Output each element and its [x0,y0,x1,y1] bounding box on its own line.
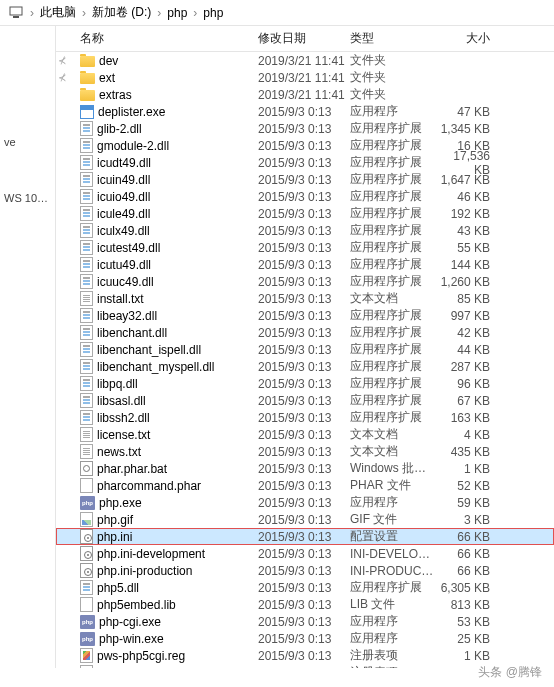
file-row[interactable]: libssh2.dll2015/9/3 0:13应用程序扩展163 KB [56,409,554,426]
file-row[interactable]: libenchant_ispell.dll2015/9/3 0:13应用程序扩展… [56,341,554,358]
file-row[interactable]: icuin49.dll2015/9/3 0:13应用程序扩展1,647 KB [56,171,554,188]
file-row[interactable]: php.ini2015/9/3 0:13配置设置66 KB [56,528,554,545]
file-row[interactable]: pharcommand.phar2015/9/3 0:13PHAR 文件52 K… [56,477,554,494]
file-row[interactable]: php.exe2015/9/3 0:13应用程序59 KB [56,494,554,511]
file-row[interactable]: pws-php5cgi.reg2015/9/3 0:13注册表项1 KB [56,647,554,664]
file-row[interactable]: icudt49.dll2015/9/3 0:13应用程序扩展17,536 KB [56,154,554,171]
file-row[interactable]: extras2019/3/21 11:41文件夹 [56,86,554,103]
file-type: 应用程序扩展 [350,324,438,341]
chevron-right-icon: › [193,6,197,20]
file-row[interactable]: license.txt2015/9/3 0:13文本文档4 KB [56,426,554,443]
file-date: 2015/9/3 0:13 [258,547,350,561]
file-date: 2015/9/3 0:13 [258,496,350,510]
breadcrumb-item[interactable]: 新加卷 (D:) [92,4,151,21]
file-date: 2015/9/3 0:13 [258,615,350,629]
dll-icon [80,342,93,357]
file-row[interactable]: php-win.exe2015/9/3 0:13应用程序25 KB [56,630,554,647]
file-row[interactable]: php5.dll2015/9/3 0:13应用程序扩展6,305 KB [56,579,554,596]
file-name-label: iculx49.dll [97,224,150,238]
file-row[interactable]: phar.phar.bat2015/9/3 0:13Windows 批处理...… [56,460,554,477]
file-size: 85 KB [438,292,500,306]
file-name-label: php5.dll [97,581,139,595]
column-date[interactable]: 修改日期 [258,30,350,47]
reg-icon [80,648,93,663]
file-type: GIF 文件 [350,511,438,528]
file-row[interactable]: icuuc49.dll2015/9/3 0:13应用程序扩展1,260 KB [56,273,554,290]
column-name[interactable]: 名称 [68,30,258,47]
file-name-label: php.ini-development [97,547,205,561]
file-row[interactable]: icule49.dll2015/9/3 0:13应用程序扩展192 KB [56,205,554,222]
file-name-label: php5embed.lib [97,598,176,612]
sidebar-item[interactable] [0,46,55,58]
file-date: 2015/9/3 0:13 [258,649,350,663]
file-size: 43 KB [438,224,500,238]
dll-icon [80,189,93,204]
file-name-label: glib-2.dll [97,122,142,136]
column-size[interactable]: 大小 [438,30,500,47]
file-row[interactable]: icutu49.dll2015/9/3 0:13应用程序扩展144 KB [56,256,554,273]
file-row[interactable]: deplister.exe2015/9/3 0:13应用程序47 KB [56,103,554,120]
file-name-label: extras [99,88,132,102]
file-type: 文件夹 [350,69,438,86]
computer-icon [8,5,24,21]
file-size: 66 KB [438,547,500,561]
sidebar-item[interactable] [0,34,55,46]
file-date: 2015/9/3 0:13 [258,343,350,357]
file-row[interactable]: libpq.dll2015/9/3 0:13应用程序扩展96 KB [56,375,554,392]
file-size: 67 KB [438,394,500,408]
file-size: 25 KB [438,632,500,646]
file-size: 144 KB [438,258,500,272]
bat-icon [80,461,93,476]
file-name-label: php.ini-production [97,564,192,578]
file-row[interactable]: news.txt2015/9/3 0:13文本文档435 KB [56,443,554,460]
file-row[interactable]: php.ini-development2015/9/3 0:13INI-DEVE… [56,545,554,562]
sidebar-item[interactable]: WS 10 (J:) [0,186,55,210]
file-type: 文本文档 [350,443,438,460]
file-row[interactable]: libenchant.dll2015/9/3 0:13应用程序扩展42 KB [56,324,554,341]
file-row[interactable]: install.txt2015/9/3 0:13文本文档85 KB [56,290,554,307]
sidebar: ve WS 10 (J:) [0,26,56,668]
file-date: 2015/9/3 0:13 [258,258,350,272]
file-row[interactable]: libeay32.dll2015/9/3 0:13应用程序扩展997 KB [56,307,554,324]
file-row[interactable]: libsasl.dll2015/9/3 0:13应用程序扩展67 KB [56,392,554,409]
breadcrumb-item[interactable]: php [167,6,187,20]
file-size: 47 KB [438,105,500,119]
file-row[interactable]: php.ini-production2015/9/3 0:13INI-PRODU… [56,562,554,579]
sidebar-item[interactable] [0,58,55,70]
breadcrumb[interactable]: › 此电脑 › 新加卷 (D:) › php › php [0,0,554,26]
file-name-label: icudt49.dll [97,156,151,170]
file-row[interactable]: ⊀ext2019/3/21 11:41文件夹 [56,69,554,86]
sidebar-item[interactable] [0,154,55,166]
breadcrumb-item[interactable]: php [203,6,223,20]
file-row[interactable]: icuio49.dll2015/9/3 0:13应用程序扩展46 KB [56,188,554,205]
chevron-right-icon: › [30,6,34,20]
app-icon [80,105,94,119]
dll-icon [80,257,93,272]
file-row[interactable]: icutest49.dll2015/9/3 0:13应用程序扩展55 KB [56,239,554,256]
file-row[interactable]: ⊀dev2019/3/21 11:41文件夹 [56,52,554,69]
file-row[interactable]: libenchant_myspell.dll2015/9/3 0:13应用程序扩… [56,358,554,375]
file-date: 2015/9/3 0:13 [258,173,350,187]
file-name-label: pws-php5isapi.reg [97,666,194,669]
file-date: 2015/9/3 0:13 [258,105,350,119]
breadcrumb-item[interactable]: 此电脑 [40,4,76,21]
lib-icon [80,597,93,612]
file-row[interactable]: php-cgi.exe2015/9/3 0:13应用程序53 KB [56,613,554,630]
file-row[interactable]: php.gif2015/9/3 0:13GIF 文件3 KB [56,511,554,528]
file-row[interactable]: iculx49.dll2015/9/3 0:13应用程序扩展43 KB [56,222,554,239]
file-row[interactable]: glib-2.dll2015/9/3 0:13应用程序扩展1,345 KB [56,120,554,137]
file-type: 应用程序扩展 [350,239,438,256]
column-type[interactable]: 类型 [350,30,438,47]
file-date: 2019/3/21 11:41 [258,88,350,102]
file-date: 2015/9/3 0:13 [258,394,350,408]
file-type: 应用程序扩展 [350,120,438,137]
file-type: 应用程序扩展 [350,256,438,273]
file-size: 46 KB [438,190,500,204]
file-row[interactable]: php5embed.lib2015/9/3 0:13LIB 文件813 KB [56,596,554,613]
file-date: 2015/9/3 0:13 [258,581,350,595]
file-date: 2015/9/3 0:13 [258,632,350,646]
sidebar-item[interactable]: ve [0,130,55,154]
file-date: 2015/9/3 0:13 [258,666,350,669]
file-type: 应用程序扩展 [350,273,438,290]
file-size: 3 KB [438,513,500,527]
